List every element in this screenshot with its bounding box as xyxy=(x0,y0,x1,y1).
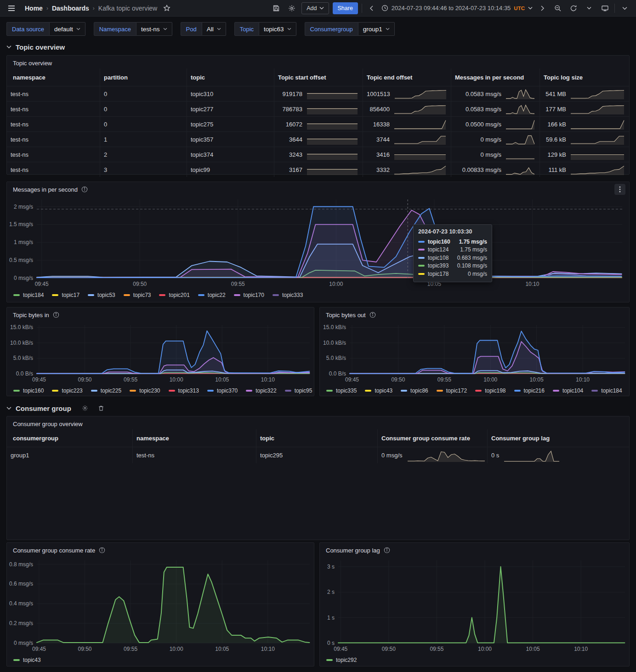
legend-item[interactable]: topic95 xyxy=(285,387,312,394)
refresh-interval-chevron-icon[interactable] xyxy=(583,2,595,14)
variable-label[interactable]: Data source xyxy=(6,22,50,36)
svg-text:10:10: 10:10 xyxy=(574,646,588,652)
variable-value-dropdown[interactable]: topic63 xyxy=(259,22,296,36)
svg-text:0.6 msg/s: 0.6 msg/s xyxy=(9,581,33,587)
legend-item[interactable]: topic225 xyxy=(91,387,121,394)
legend-item[interactable]: topic170 xyxy=(234,292,264,298)
column-header[interactable]: namespace xyxy=(132,429,256,447)
table-cell-end-offset: 856400 xyxy=(363,101,451,116)
table-cell-log-size: 541 MB xyxy=(539,86,629,101)
table-cell-partition: 3 xyxy=(100,162,187,177)
column-header[interactable]: topic xyxy=(187,68,274,86)
legend-item[interactable]: topic201 xyxy=(159,292,189,298)
topic-bytes-in-chart[interactable]: 0.0 B/s 5.0 kB/s 10.0 kB/s 15.0 kB/s09:4… xyxy=(7,320,314,386)
nav-collapse-chevron-icon[interactable] xyxy=(619,2,630,14)
tooltip-timestamp: 2024-07-23 10:03:30 xyxy=(418,228,487,235)
column-header[interactable]: Topic end offset xyxy=(363,68,451,86)
dashboard-settings-gear-icon[interactable] xyxy=(286,2,298,14)
legend-item[interactable]: topic184 xyxy=(13,292,44,298)
legend-item[interactable]: topic292 xyxy=(326,657,357,663)
panel-title: Consumer group lag xyxy=(326,547,380,554)
variable-label[interactable]: Namespace xyxy=(94,22,136,36)
section-settings-gear-icon[interactable] xyxy=(79,402,91,414)
section-topic-overview[interactable]: Topic overview xyxy=(6,41,65,52)
column-header[interactable]: Consumer group lag xyxy=(487,429,629,447)
legend-item[interactable]: topic22 xyxy=(198,292,226,298)
variable-value-dropdown[interactable]: default xyxy=(50,22,85,36)
legend-item[interactable]: topic104 xyxy=(553,387,583,394)
panel-consumer-group-overview: Consumer group overview consumergroupnam… xyxy=(6,416,630,540)
legend-series-swatch xyxy=(234,294,240,296)
legend-item[interactable]: topic53 xyxy=(88,292,115,298)
tv-view-mode-icon[interactable] xyxy=(599,2,611,14)
table-cell-sparkline xyxy=(505,118,535,130)
hamburger-menu-icon[interactable] xyxy=(6,2,17,14)
table-cell-sparkline xyxy=(505,88,535,100)
legend-series-swatch xyxy=(326,659,333,661)
svg-text:10:05: 10:05 xyxy=(215,646,229,652)
column-header[interactable]: namespace xyxy=(7,68,100,86)
variable-value-dropdown[interactable]: test-ns xyxy=(136,22,172,36)
add-button[interactable]: Add xyxy=(301,2,329,14)
save-dashboard-icon[interactable] xyxy=(270,2,282,14)
legend-item[interactable]: topic43 xyxy=(365,387,392,394)
legend-series-swatch xyxy=(52,294,58,296)
consume-rate-chart[interactable]: 0 msg/s 0.2 msg/s 0.4 msg/s 0.6 msg/s 0.… xyxy=(7,556,314,655)
variable-label[interactable]: Topic xyxy=(234,22,259,36)
variable-label[interactable]: Consumergroup xyxy=(305,22,358,36)
table-cell-log-size: 59.6 kB xyxy=(539,131,629,147)
panel-menu-kebab-icon[interactable] xyxy=(614,184,625,195)
column-header[interactable]: Messages in per second xyxy=(451,68,539,86)
breadcrumb-home[interactable]: Home xyxy=(25,5,43,12)
svg-text:5.0 kB/s: 5.0 kB/s xyxy=(326,355,346,361)
legend-item[interactable]: topic160 xyxy=(13,387,44,394)
column-header[interactable]: consumergroup xyxy=(7,429,132,447)
legend-item[interactable]: topic223 xyxy=(52,387,82,394)
table-cell-sparkline xyxy=(505,164,535,176)
time-forward-chevron-icon[interactable] xyxy=(536,2,548,14)
section-consumer-group[interactable]: Consumer group xyxy=(6,403,107,414)
consumer-lag-chart[interactable]: 0 s 1 s 2 s 3 s09:4509:5009:5510:0010:05… xyxy=(320,556,629,655)
legend-item[interactable]: topic184 xyxy=(591,387,622,394)
svg-text:09:55: 09:55 xyxy=(124,376,137,383)
share-button[interactable]: Share xyxy=(333,2,358,14)
legend-item[interactable]: topic333 xyxy=(273,292,303,298)
table-cell-topic: topic275 xyxy=(187,116,274,131)
variable-value-dropdown[interactable]: group1 xyxy=(358,22,395,36)
tooltip-series-row: topic1241.75 msg/s xyxy=(418,246,487,254)
legend-item[interactable]: topic313 xyxy=(169,387,199,394)
variable-label[interactable]: Pod xyxy=(181,22,202,36)
legend-item[interactable]: topic43 xyxy=(13,657,41,663)
section-title: Consumer group xyxy=(16,404,71,412)
legend-item[interactable]: topic73 xyxy=(124,292,151,298)
table-cell-sparkline xyxy=(394,88,446,100)
messages-chart[interactable]: 0 msg/s 0.5 msg/s 1 msg/s 1.5 msg/s 2 ms… xyxy=(7,195,629,290)
column-header[interactable]: topic xyxy=(256,429,377,447)
legend-item[interactable]: topic216 xyxy=(514,387,545,394)
table-cell-sparkline xyxy=(394,164,446,176)
time-range-picker[interactable]: 2024-07-23 09:44:46 to 2024-07-23 10:14:… xyxy=(381,5,533,11)
column-header[interactable]: Consumer group consume rate xyxy=(377,429,487,447)
breadcrumb-dashboards[interactable]: Dashboards xyxy=(52,5,89,12)
legend-item[interactable]: topic335 xyxy=(326,387,357,394)
favorite-star-icon[interactable] xyxy=(161,2,173,14)
column-header[interactable]: Topic start offset xyxy=(274,68,363,86)
legend-item[interactable]: topic17 xyxy=(52,292,80,298)
legend-item[interactable]: topic370 xyxy=(207,387,238,394)
zoom-out-icon[interactable] xyxy=(552,2,564,14)
legend-item[interactable]: topic230 xyxy=(130,387,160,394)
section-delete-trash-icon[interactable] xyxy=(95,402,107,414)
column-header[interactable]: partition xyxy=(100,68,187,86)
topic-bytes-out-chart[interactable]: 0.0 B/s 5.0 kB/s 10.0 kB/s 15.0 kB/s09:4… xyxy=(320,320,629,386)
time-range-text: 2024-07-23 09:44:46 to 2024-07-23 10:14:… xyxy=(392,5,511,11)
table-cell-partition: 0 xyxy=(100,116,187,131)
legend-item[interactable]: topic198 xyxy=(475,387,505,394)
column-header[interactable]: Topic log size xyxy=(539,68,629,86)
legend-item[interactable]: topic86 xyxy=(401,387,428,394)
time-back-chevron-icon[interactable] xyxy=(366,2,378,14)
panel-title: Consumer group consume rate xyxy=(13,547,95,554)
legend-item[interactable]: topic322 xyxy=(246,387,276,394)
refresh-icon[interactable] xyxy=(568,2,579,14)
legend-item[interactable]: topic172 xyxy=(437,387,467,394)
variable-value-dropdown[interactable]: All xyxy=(202,22,226,36)
